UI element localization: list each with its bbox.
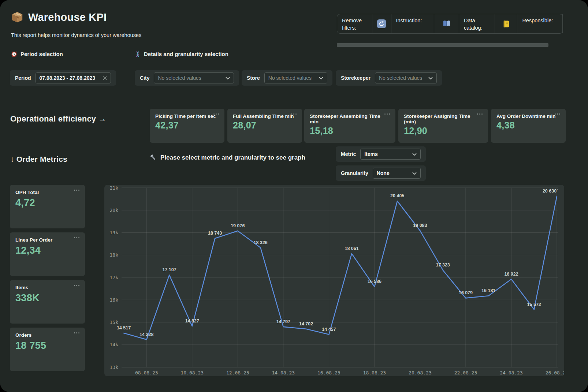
select-metric-hint: Please select metric and granularity to … bbox=[149, 154, 305, 161]
period-section-title: Period selection bbox=[21, 51, 63, 57]
kpi-title: Avg Order Downtime min bbox=[496, 113, 560, 119]
svg-text:20 630: 20 630 bbox=[543, 188, 557, 194]
kpi-title: Orders bbox=[15, 332, 79, 338]
card-menu-icon[interactable] bbox=[290, 112, 298, 116]
dna-icon bbox=[135, 51, 141, 57]
kpi-value: 12,90 bbox=[404, 126, 483, 136]
svg-text:24.08.23: 24.08.23 bbox=[500, 370, 523, 376]
svg-text:16 922: 16 922 bbox=[504, 272, 518, 277]
card-menu-icon[interactable] bbox=[212, 112, 220, 116]
svg-text:14 457: 14 457 bbox=[322, 327, 336, 332]
details-section-title: Details and granularity selection bbox=[144, 51, 228, 57]
period-label: Period bbox=[15, 75, 31, 81]
granularity-select[interactable]: None bbox=[373, 168, 421, 179]
svg-text:14.08.23: 14.08.23 bbox=[272, 370, 295, 376]
svg-text:13k: 13k bbox=[110, 365, 119, 370]
kpi-title: Picking Time per Item sec bbox=[155, 113, 219, 119]
svg-text:14 797: 14 797 bbox=[276, 319, 290, 324]
svg-text:12.08.23: 12.08.23 bbox=[226, 370, 249, 376]
card-menu-icon[interactable] bbox=[383, 112, 391, 116]
period-date-range-input[interactable]: 07.08.2023 - 27.08.2023 bbox=[36, 72, 111, 83]
svg-text:20.08.23: 20.08.23 bbox=[409, 370, 432, 376]
chevron-down-icon bbox=[412, 153, 417, 156]
kpi-card-full-assembling: Full Assembling Time min 28,07 bbox=[227, 109, 302, 143]
svg-text:14 517: 14 517 bbox=[117, 325, 131, 331]
svg-text:18k: 18k bbox=[110, 252, 119, 258]
kpi-card-storekeeper-assembling: Storekeeper Assembling Time min 15,18 bbox=[304, 109, 395, 143]
kpi-value: 18 755 bbox=[15, 340, 79, 351]
svg-text:17 107: 17 107 bbox=[162, 267, 176, 272]
city-select[interactable]: No selected values bbox=[154, 72, 234, 83]
svg-text:19k: 19k bbox=[110, 230, 119, 235]
operational-efficiency-heading: Operational efficiency → bbox=[10, 114, 107, 124]
toolbar-scrollbar[interactable] bbox=[337, 43, 548, 47]
card-menu-icon[interactable] bbox=[73, 284, 81, 287]
order-metrics-heading: ↓ Order Metrics bbox=[10, 155, 67, 164]
granularity-panel: Granularity None bbox=[336, 165, 426, 181]
svg-text:22.08.23: 22.08.23 bbox=[454, 370, 477, 376]
kpi-title: Lines Per Order bbox=[15, 237, 79, 243]
card-menu-icon[interactable] bbox=[73, 188, 81, 192]
svg-text:14 228: 14 228 bbox=[139, 332, 153, 337]
responsible-button[interactable]: Responsible: bbox=[517, 14, 563, 33]
chevron-down-icon bbox=[412, 172, 417, 175]
book-icon-button[interactable] bbox=[434, 14, 459, 33]
card-menu-icon[interactable] bbox=[554, 112, 561, 116]
chevron-down-icon bbox=[226, 77, 230, 79]
svg-text:20 405: 20 405 bbox=[390, 193, 404, 198]
city-placeholder: No selected values bbox=[158, 75, 201, 81]
metric-panel: Metric Items bbox=[336, 146, 426, 162]
book-icon bbox=[442, 19, 451, 28]
refresh-icon-button[interactable] bbox=[372, 14, 391, 33]
instruction-label: Instruction: bbox=[396, 17, 422, 30]
kpi-value: 338K bbox=[15, 292, 79, 304]
svg-text:15k: 15k bbox=[110, 320, 119, 325]
period-value: 07.08.2023 - 27.08.2023 bbox=[40, 75, 96, 81]
kpi-card-items: Items 338K bbox=[10, 280, 85, 324]
kpi-value: 42,37 bbox=[155, 120, 219, 131]
responsible-label: Responsible: bbox=[522, 17, 553, 30]
ledger-icon bbox=[502, 20, 510, 28]
svg-text:21k: 21k bbox=[110, 185, 119, 191]
kpi-title: Storekeeper Assembling Time min bbox=[310, 113, 390, 124]
store-label: Store bbox=[247, 75, 260, 81]
svg-text:17k: 17k bbox=[110, 275, 119, 280]
select-metric-hint-text: Please select metric and granularity to … bbox=[160, 154, 305, 161]
svg-text:19 083: 19 083 bbox=[413, 223, 427, 228]
svg-text:19 076: 19 076 bbox=[231, 223, 245, 228]
svg-text:17 323: 17 323 bbox=[436, 262, 450, 268]
store-select[interactable]: No selected values bbox=[264, 72, 327, 83]
kpi-value: 12,34 bbox=[15, 245, 79, 256]
card-menu-icon[interactable] bbox=[476, 112, 484, 116]
kpi-title: Items bbox=[15, 285, 79, 290]
metric-select[interactable]: Items bbox=[360, 149, 421, 160]
clear-period-icon[interactable] bbox=[103, 76, 107, 80]
storekeeper-select[interactable]: No selected values bbox=[375, 72, 437, 83]
granularity-label: Granularity bbox=[341, 170, 368, 176]
storekeeper-filter-panel: Storekeeper No selected values bbox=[336, 70, 442, 86]
svg-text:14 827: 14 827 bbox=[185, 318, 199, 324]
remove-filters-button[interactable]: Remove filters: bbox=[337, 14, 372, 33]
svg-text:16 079: 16 079 bbox=[459, 290, 473, 295]
data-catalog-button[interactable]: Data catalog: bbox=[459, 14, 495, 33]
page-title: Warehouse KPI bbox=[28, 11, 107, 23]
instruction-button[interactable]: Instruction: bbox=[391, 14, 435, 33]
page-title-row: Warehouse KPI bbox=[11, 11, 107, 23]
kpi-value: 15,18 bbox=[310, 126, 390, 136]
card-menu-icon[interactable] bbox=[73, 331, 81, 335]
kpi-value: 28,07 bbox=[233, 120, 297, 131]
chevron-down-icon bbox=[319, 77, 323, 79]
card-menu-icon[interactable] bbox=[73, 236, 81, 239]
svg-text:18 326: 18 326 bbox=[253, 240, 267, 245]
svg-text:16 181: 16 181 bbox=[481, 288, 495, 293]
svg-text:26.08.23: 26.08.23 bbox=[546, 370, 564, 376]
ledger-icon-button[interactable] bbox=[495, 14, 518, 33]
kpi-card-lines-per-order: Lines Per Order 12,34 bbox=[10, 232, 85, 276]
period-section-heading: Period selection bbox=[11, 51, 63, 57]
chevron-down-icon bbox=[428, 77, 433, 79]
kpi-title: OPH Total bbox=[15, 190, 79, 195]
svg-text:15 572: 15 572 bbox=[527, 302, 541, 307]
items-line-chart[interactable]: 13k14k15k16k17k18k19k20k21k08.08.2310.08… bbox=[104, 185, 564, 376]
line-chart-canvas[interactable]: 13k14k15k16k17k18k19k20k21k08.08.2310.08… bbox=[104, 185, 564, 376]
refresh-icon bbox=[377, 19, 386, 28]
